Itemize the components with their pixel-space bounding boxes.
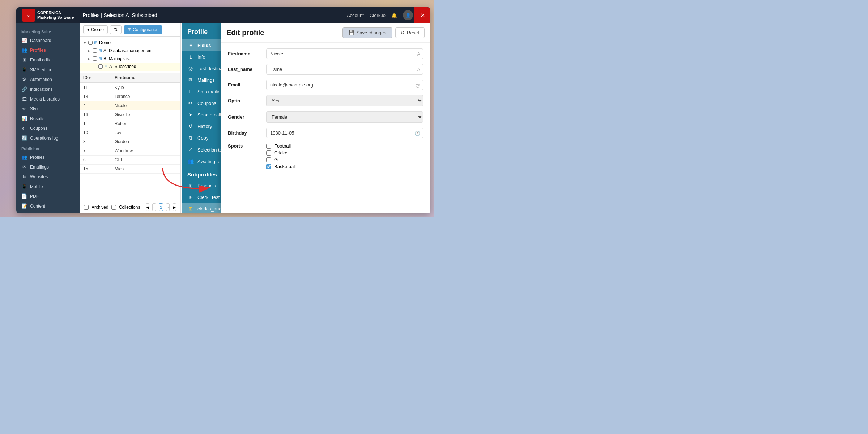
save-button[interactable]: 💾 Save changes: [342, 27, 392, 38]
send-email-icon: ➤: [187, 112, 194, 118]
cell-id: 7: [80, 146, 111, 156]
sidebar-item-operations-log[interactable]: 🔄 Operations log: [16, 133, 80, 143]
page-prev-btn[interactable]: ◀: [146, 203, 149, 211]
cell-id: 6: [80, 156, 111, 165]
sidebar-item-pdf[interactable]: 📄 PDF: [16, 191, 80, 201]
sidebar-item-mobile[interactable]: 📱 Mobile: [16, 182, 80, 191]
sidebar-item-integrations[interactable]: 🔗 Integrations: [16, 84, 80, 94]
table-row[interactable]: 11 Kylie: [80, 83, 180, 92]
cell-actions: [170, 101, 180, 110]
tree-item-a-sub[interactable]: ⊟ A_Subscribed: [80, 63, 180, 71]
sports-cricket-checkbox[interactable]: [266, 150, 271, 156]
table-row[interactable]: 10 Jay: [80, 128, 180, 137]
table-row[interactable]: 6 Cliff: [80, 156, 180, 165]
tree-checkbox-demo[interactable]: [88, 41, 93, 45]
sports-basketball-row: Basketball: [266, 164, 296, 169]
sidebar-item-emailings[interactable]: ✉ Emailings: [16, 162, 80, 172]
left-toolbar: ▾ Create ⇅ ⊞ Configuration: [80, 23, 180, 37]
optin-select[interactable]: Yes No: [266, 95, 423, 106]
tree-item-a-db[interactable]: ▸ ⊞ A_Databasemanagement: [80, 47, 180, 55]
sidebar-item-profiles[interactable]: 👥 Profiles: [16, 45, 80, 55]
close-button[interactable]: ✕: [414, 7, 430, 23]
firstname-input[interactable]: [266, 48, 423, 59]
birthday-input-wrap: 🕐: [266, 128, 423, 138]
nav-clerk[interactable]: Clerk.io: [370, 13, 386, 18]
sidebar-label-style: Style: [30, 106, 40, 111]
sports-golf-label: Golf: [274, 157, 283, 162]
sidebar-item-websites[interactable]: 🖥 Websites: [16, 172, 80, 182]
logo: C COPERNICAMarketing Software: [22, 9, 74, 22]
tree-checkbox-adb[interactable]: [93, 48, 97, 53]
sidebar-item-dashboard[interactable]: 📈 Dashboard: [16, 35, 80, 45]
table-row[interactable]: 7 Woodrow: [80, 146, 180, 156]
section-marketing: Marketing Suite: [16, 26, 80, 35]
create-button[interactable]: ▾ Create: [83, 25, 108, 34]
page-current[interactable]: 1: [159, 203, 163, 211]
mailings-icon: ✉: [187, 77, 194, 83]
email-input[interactable]: [266, 80, 423, 90]
clerk-test-icon: ⊞: [187, 194, 194, 200]
tree-item-b-mail[interactable]: ▸ ⊞ B_Mailingslist: [80, 55, 180, 63]
table-row[interactable]: 15 Mies: [80, 165, 180, 174]
form-row-gender: Gender Female Male Other: [228, 111, 423, 123]
operations-log-icon: 🔄: [21, 135, 27, 141]
collections-checkbox[interactable]: [111, 205, 116, 210]
header-nav: Account Clerk.io 🔔 👤: [347, 10, 413, 20]
sidebar-item-content[interactable]: 📝 Content: [16, 201, 80, 211]
header-title: Profiles | Selection A_Subscribed: [82, 12, 157, 18]
cell-id: 1: [80, 119, 111, 128]
sidebar-item-coupons[interactable]: 🏷 Coupons: [16, 123, 80, 133]
archived-checkbox[interactable]: [84, 205, 89, 210]
sidebar-label-websites: Websites: [30, 174, 48, 179]
pagination: Archived Collections ◀ ‹ 1 › ▶: [80, 201, 180, 213]
expand-icon-adb: ▸: [87, 49, 91, 53]
page-next-btn[interactable]: ›: [166, 203, 170, 211]
section-publisher: Publisher: [16, 143, 80, 152]
table-row[interactable]: 4 Nicole: [80, 101, 180, 110]
sidebar-item-style[interactable]: ✏ Style: [16, 104, 80, 114]
gender-select[interactable]: Female Male Other: [266, 111, 423, 123]
tree-checkbox-bmail[interactable]: [93, 56, 97, 61]
create-label: Create: [91, 27, 104, 32]
birthday-label: Birthday: [228, 130, 260, 136]
sidebar-item-media-libraries[interactable]: 🖼 Media Libraries: [16, 94, 80, 104]
sidebar-item-email-editor[interactable]: ⊞ Email editor: [16, 55, 80, 65]
lastname-input[interactable]: [266, 64, 423, 75]
pub-profiles-icon: 👥: [21, 154, 27, 160]
sidebar-item-results[interactable]: 📊 Results: [16, 114, 80, 123]
form-row-optin: Optin Yes No: [228, 95, 423, 106]
fields-icon: ≡: [187, 42, 194, 48]
table-row[interactable]: 16 Gisselle: [80, 110, 180, 119]
sports-basketball-label: Basketball: [274, 164, 296, 169]
table-row[interactable]: 8 Gorden: [80, 137, 180, 146]
user-avatar[interactable]: 👤: [403, 10, 413, 20]
sports-basketball-checkbox[interactable]: [266, 164, 271, 169]
sports-football-row: Football: [266, 143, 296, 149]
sidebar-label-mobile: Mobile: [30, 184, 43, 189]
sort-button[interactable]: ⇅: [110, 25, 122, 34]
config-button[interactable]: ⊞ Configuration: [124, 25, 162, 34]
sports-football-checkbox[interactable]: [266, 144, 271, 149]
sidebar-label-operations-log: Operations log: [30, 136, 58, 141]
sidebar-item-pub-profiles[interactable]: 👥 Profiles: [16, 152, 80, 162]
sidebar-item-automation[interactable]: ⚙ Automation: [16, 75, 80, 84]
nav-account[interactable]: Account: [347, 13, 364, 18]
sidebar-item-sms-editor[interactable]: 📱 SMS editor: [16, 65, 80, 75]
reset-button[interactable]: ↺ Reset: [395, 27, 425, 38]
page-prev2-btn[interactable]: ‹: [152, 203, 156, 211]
lastname-label: Last_name: [228, 67, 260, 72]
sports-golf-checkbox[interactable]: [266, 157, 271, 162]
notification-icon[interactable]: 🔔: [391, 13, 397, 18]
page-next2-btn[interactable]: ▶: [173, 203, 176, 211]
form-row-firstname: Firstname A: [228, 48, 423, 59]
table-row[interactable]: 13 Terance: [80, 92, 180, 101]
main-window: C COPERNICAMarketing Software Profiles |…: [16, 7, 430, 213]
sidebar: Marketing Suite 📈 Dashboard 👥 Profiles ⊞…: [16, 23, 80, 213]
sidebar-item-pub-style[interactable]: ✏ Style: [16, 211, 80, 213]
cell-actions: [170, 137, 180, 146]
table-row[interactable]: 1 Robert: [80, 119, 180, 128]
tree-checkbox-asub[interactable]: [98, 64, 103, 69]
gender-input-wrap: Female Male Other: [266, 111, 423, 123]
birthday-input[interactable]: [266, 128, 423, 138]
tree-item-demo[interactable]: ▾ ⊞ Demo: [80, 39, 180, 47]
